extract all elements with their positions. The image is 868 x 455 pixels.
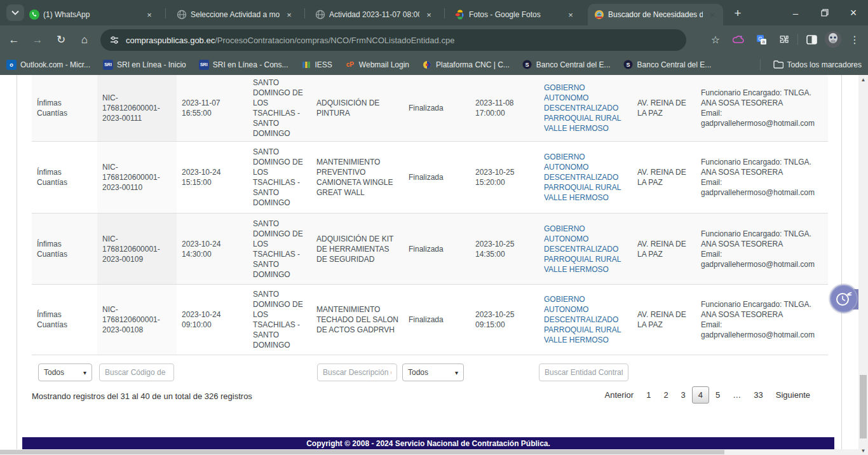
globe-icon (315, 10, 325, 20)
bookmark-iess[interactable]: IESS (295, 60, 339, 70)
cell-codigo: NIC-1768120600001-2023-00111 (102, 93, 172, 123)
tab-google-fotos[interactable]: Fotos - Google Fotos × (449, 4, 581, 25)
tab-search-button[interactable] (6, 4, 24, 21)
bookmark-sri-inicio[interactable]: SRI SRI en Línea - Inicio (97, 60, 193, 70)
extensions-puzzle-icon[interactable] (775, 30, 794, 49)
cell-descripcion: MANTENIMIENTO PREVENTIVO CAMIONETA WINGL… (316, 157, 398, 198)
pagination-page-3[interactable]: 3 (675, 386, 692, 404)
tab-actividad[interactable]: Actividad 2023-11-07 08:00: × (309, 4, 440, 25)
close-window-button[interactable]: × (839, 0, 868, 25)
ecuador-emblem-icon (594, 10, 604, 20)
bookmark-sri-consultas[interactable]: SRI SRI en Línea - Cons... (193, 60, 295, 70)
pagination: Anterior 1 2 3 4 5 … 33 Siguiente (599, 386, 817, 404)
page-left-border (17, 75, 17, 455)
cell-fecha-fin: 2023-11-08 17:00:00 (475, 98, 534, 118)
tab-close-icon[interactable]: × (423, 9, 435, 20)
bookmark-webmail[interactable]: cP Webmail Login (339, 60, 416, 70)
folder-icon (773, 60, 783, 69)
pagination-next[interactable]: Siguiente (770, 386, 817, 404)
cell-codigo: NIC-1768120600001-2023-00110 (102, 162, 172, 193)
forward-button[interactable]: → (28, 31, 47, 50)
extension-cloud-icon[interactable] (729, 30, 748, 49)
minimize-button[interactable]: – (781, 0, 810, 25)
pagination-page-2[interactable]: 2 (657, 386, 674, 404)
bookmark-star-icon[interactable]: ☆ (706, 30, 725, 49)
bookmark-banco-central-1[interactable]: S Banco Central del E... (516, 60, 617, 70)
winged-clock-icon (830, 285, 858, 313)
cell-ubicacion: SANTO DOMINGO DE LOS TSACHILAS - SANTO D… (253, 78, 303, 139)
browser-chrome: (1) WhatsApp × Seleccione Actividad a mo… (0, 0, 868, 75)
tab-close-icon[interactable]: × (707, 9, 718, 20)
entity-link[interactable]: GOBIERNO AUTONOMO DESCENTRALIZADO PARROQ… (544, 152, 621, 203)
bookmark-outlook[interactable]: o Outlook.com - Micr... (0, 60, 97, 70)
maximize-button[interactable] (810, 0, 839, 25)
cell-ubicacion: SANTO DOMINGO DE LOS TSACHILAS - SANTO D… (253, 219, 303, 280)
tab-bar: (1) WhatsApp × Seleccione Actividad a mo… (0, 0, 868, 25)
cell-fecha-inicio: 2023-10-24 14:30:00 (182, 239, 243, 259)
entity-link[interactable]: GOBIERNO AUTONOMO DESCENTRALIZADO PARROQ… (544, 83, 621, 133)
horizontal-scrollbar[interactable] (0, 449, 858, 455)
horizontal-scrollbar-thumb[interactable] (0, 450, 724, 454)
browser-menu-icon[interactable]: ⋮ (845, 30, 864, 49)
scroll-down-icon[interactable]: ▼ (858, 446, 868, 455)
select-value: Todos (44, 368, 64, 377)
cell-codigo: NIC-1768120600001-2023-00108 (102, 304, 172, 335)
floating-timer-widget[interactable] (830, 285, 860, 314)
scroll-up-icon[interactable]: ▲ (858, 75, 868, 84)
back-button[interactable]: ← (4, 31, 24, 50)
side-panel-icon[interactable] (802, 30, 821, 49)
bookmark-banco-central-2[interactable]: S Banco Central del E... (617, 60, 718, 70)
cell-contacto: Funcionario Encargado: TNLGA. ANA SOSA T… (701, 157, 815, 198)
reload-button[interactable]: ↻ (51, 31, 71, 50)
cell-estado: Finalizada (409, 172, 444, 182)
bookmarks-separator (760, 59, 761, 71)
cell-fecha-fin: 2023-10-25 09:15:00 (475, 309, 534, 330)
bookmark-label: Outlook.com - Micr... (20, 60, 90, 69)
bookmark-plataforma-cnc[interactable]: Plataforma CNC | C... (416, 60, 516, 70)
pagination-page-1[interactable]: 1 (640, 386, 657, 404)
bookmark-label: IESS (315, 60, 332, 69)
pagination-page-4-current[interactable]: 4 (692, 386, 709, 404)
cell-fecha-inicio: 2023-10-24 15:15:00 (182, 167, 243, 187)
address-bar[interactable]: compraspublicas.gob.ec/ProcesoContrataci… (100, 29, 686, 51)
tab-seleccione-actividad[interactable]: Seleccione Actividad a modi × (170, 4, 300, 25)
translate-icon[interactable]: G a (752, 30, 771, 49)
records-info: Mostrando registros del 31 al 40 de un t… (32, 391, 252, 401)
cell-tipo: Ínfimas Cuantías (37, 98, 92, 118)
new-tab-button[interactable]: + (729, 5, 746, 22)
bookmark-label: Todos los marcadores (787, 60, 862, 69)
tab-buscador-necesidades-active[interactable]: Buscador de Necesidades de × (588, 4, 723, 25)
pagination-prev[interactable]: Anterior (599, 386, 641, 404)
entity-link[interactable]: GOBIERNO AUTONOMO DESCENTRALIZADO PARROQ… (544, 224, 621, 275)
tipo-filter-select[interactable]: Todos▾ (38, 363, 92, 381)
vertical-scrollbar-thumb[interactable] (860, 375, 867, 438)
codigo-filter-input[interactable] (99, 363, 174, 381)
column-filters: Todos▾ Todos▾ (0, 363, 868, 381)
entity-link[interactable]: GOBIERNO AUTONOMO DESCENTRALIZADO PARROQ… (544, 294, 621, 345)
entidad-filter-input[interactable] (539, 363, 628, 381)
url-text: compraspublicas.gob.ec/ProcesoContrataci… (126, 36, 454, 45)
whatsapp-icon (29, 10, 39, 20)
page-content: Ínfimas Cuantías NIC-1768120600001-2023-… (0, 75, 868, 455)
tab-close-icon[interactable]: × (283, 9, 295, 20)
chevron-down-icon: ▾ (83, 369, 86, 376)
cell-estado: Finalizada (409, 244, 444, 254)
home-button[interactable]: ⌂ (75, 31, 94, 50)
tab-close-icon[interactable]: × (565, 9, 576, 20)
pagination-page-5[interactable]: 5 (709, 386, 726, 404)
pagination-page-33[interactable]: 33 (747, 386, 769, 404)
descripcion-filter-input[interactable] (317, 363, 397, 381)
profile-avatar[interactable] (825, 31, 841, 48)
tab-separator (444, 8, 445, 18)
estado-filter-select[interactable]: Todos▾ (402, 363, 464, 381)
tab-whatsapp[interactable]: (1) WhatsApp × (23, 4, 160, 25)
bookmark-label: SRI en Línea - Inicio (117, 60, 186, 69)
cell-descripcion: ADQUISICIÓN DE KIT DE HERRAMIENTAS DE SE… (316, 234, 398, 264)
tab-close-icon[interactable]: × (144, 9, 155, 20)
bookmark-label: Banco Central del E... (637, 60, 712, 69)
bookmark-label: Banco Central del E... (536, 60, 611, 69)
all-bookmarks-button[interactable]: Todos los marcadores (767, 60, 868, 69)
table-row: Ínfimas Cuantías NIC-1768120600001-2023-… (32, 214, 828, 285)
vertical-scrollbar[interactable]: ▲ ▼ (858, 75, 868, 455)
bookmark-label: Webmail Login (359, 60, 409, 69)
